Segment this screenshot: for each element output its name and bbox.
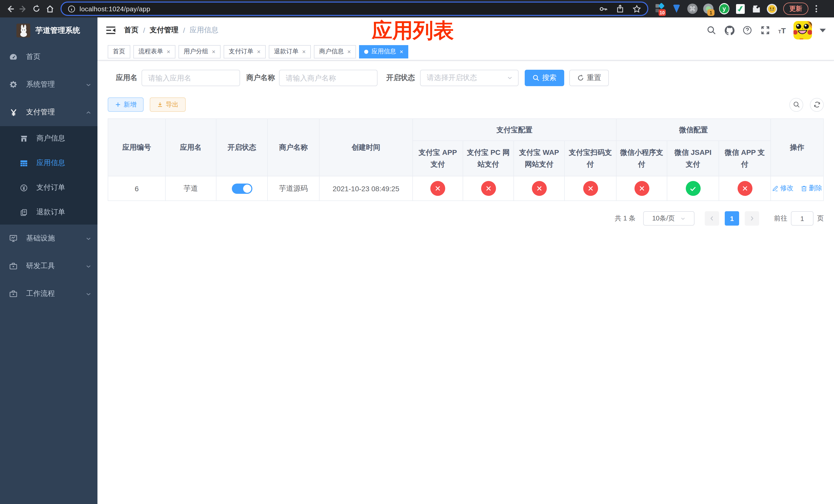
home-icon[interactable] [43,2,57,15]
col-group-wechat: 微信配置 [616,119,771,141]
forward-icon[interactable] [16,2,30,15]
status-alipay-wap-icon [532,181,547,196]
enabled-toggle[interactable] [232,183,252,193]
refresh-table-button[interactable] [810,98,824,112]
annotation-text: 应用列表 [372,20,454,41]
breadcrumb-item[interactable]: 支付管理 [150,26,178,35]
sidebar-collapse-icon[interactable] [106,25,116,36]
reset-button[interactable]: 重置 [569,70,609,86]
status-alipay-pc-icon [481,181,496,196]
chevron-down-icon [86,263,91,269]
merchant-name-input[interactable] [279,70,377,86]
close-icon[interactable]: × [399,48,403,55]
table-toolbar: 新增 导出 [108,97,824,112]
extensions-puzzle-icon[interactable] [751,4,761,14]
table-row: 6 芋道 芋道源码 2021-10-23 08:49:25 [108,176,824,201]
bookmark-star-icon[interactable] [632,4,641,13]
extension-y-icon[interactable]: y [719,4,729,14]
next-page-button[interactable] [745,211,759,226]
sidebar-item-app-info[interactable]: 应用信息 [0,151,97,175]
chevron-down-icon [86,82,91,87]
yen-icon [9,108,18,116]
sidebar-item-payment[interactable]: 支付管理 [0,98,97,126]
add-button[interactable]: 新增 [108,97,144,112]
help-icon[interactable] [743,25,753,36]
sidebar-item-label: 工作流程 [26,289,55,298]
github-icon[interactable] [724,25,735,36]
goto-page-input[interactable] [791,211,813,226]
sidebar-item-label: 支付管理 [26,108,55,117]
sidebar-item-infrastructure[interactable]: 基础设施 [0,225,97,252]
extension-command-icon[interactable]: ⌘ [687,4,698,14]
gear-icon [9,81,18,89]
search-icon [532,74,540,82]
sidebar-item-label: 研发工具 [26,261,55,271]
sidebar-item-merchant-info[interactable]: 商户信息 [0,126,97,151]
logo-rabbit-image [16,23,30,37]
chevron-down-icon[interactable] [820,28,826,32]
sidebar-item-home[interactable]: 首页 [0,43,97,71]
close-icon[interactable]: × [167,48,170,55]
user-avatar[interactable] [793,21,812,40]
chevron-left-icon [709,215,715,222]
extension-kite-icon[interactable] [672,4,682,14]
url-bar[interactable]: localhost:1024/pay/app [61,2,648,16]
col-header-enabled: 开启状态 [216,119,267,176]
app-name-input[interactable] [141,70,240,86]
close-icon[interactable]: × [347,48,351,55]
browser-menu-icon[interactable] [812,3,820,14]
header-search-icon[interactable] [706,25,717,36]
tag-refund-order[interactable]: 退款订单× [269,45,311,58]
back-icon[interactable] [3,2,16,15]
navbar: 首页 / 支付管理 / 应用信息 应用列表 [97,18,834,43]
tag-pay-order[interactable]: 支付订单× [224,45,266,58]
sidebar-item-label: 支付订单 [37,183,65,192]
sidebar-item-refund-order[interactable]: 退款订单 [0,200,97,225]
close-icon[interactable]: × [212,48,215,55]
breadcrumb-item-current: 应用信息 [190,26,219,35]
sidebar-item-dev-tools[interactable]: 研发工具 [0,252,97,280]
tag-flow-form[interactable]: 流程表单× [133,45,175,58]
status-select[interactable]: 请选择开启状态 [420,70,519,86]
page-number-current[interactable]: 1 [725,211,739,226]
extension-lens-icon[interactable]: 1 [703,4,714,14]
cell-app-name: 芋道 [166,176,216,201]
chevron-down-icon [86,235,91,241]
delete-button[interactable]: 删除 [801,184,822,193]
search-icon [793,101,800,108]
sidebar-item-workflow[interactable]: 工作流程 [0,280,97,307]
tag-merchant-info[interactable]: 商户信息× [314,45,356,58]
tag-home[interactable]: 首页 [108,45,130,58]
extension-doc-icon[interactable] [735,4,745,14]
show-search-toggle-button[interactable] [789,98,803,112]
sidebar-item-pay-order[interactable]: 支付订单 [0,175,97,200]
breadcrumb-item[interactable]: 首页 [124,26,138,35]
tag-user-group[interactable]: 用户分组× [178,45,221,58]
extension-grid-icon[interactable]: 10 [656,4,666,14]
fullscreen-icon[interactable] [761,25,771,36]
prev-page-button[interactable] [705,211,719,226]
browser-update-button[interactable]: 更新 [783,3,808,15]
col-group-alipay: 支付宝配置 [413,119,616,141]
status-label: 开启状态 [384,73,415,83]
table-grid-icon [20,159,28,167]
sidebar-logo[interactable]: 芋道管理系统 [0,18,97,43]
close-icon[interactable]: × [302,48,306,55]
status-wx-lite-icon [634,181,649,196]
close-icon[interactable]: × [257,48,261,55]
search-button[interactable]: 搜索 [525,70,564,86]
refresh-icon [813,101,820,108]
export-button[interactable]: 导出 [150,97,186,112]
url-text[interactable]: localhost:1024/pay/app [80,5,150,13]
key-icon[interactable] [599,4,608,13]
profile-avatar-icon[interactable] [767,4,777,14]
font-size-icon[interactable]: TT [778,26,786,34]
reload-icon[interactable] [30,2,43,15]
page-size-select[interactable]: 10条/页 [643,211,695,226]
share-icon[interactable] [616,5,624,13]
edit-button[interactable]: 修改 [772,184,793,193]
sidebar-item-system[interactable]: 系统管理 [0,71,97,98]
info-icon[interactable] [68,5,75,13]
tag-app-info-active[interactable]: 应用信息× [359,45,408,58]
sidebar-item-label: 商户信息 [37,134,65,143]
